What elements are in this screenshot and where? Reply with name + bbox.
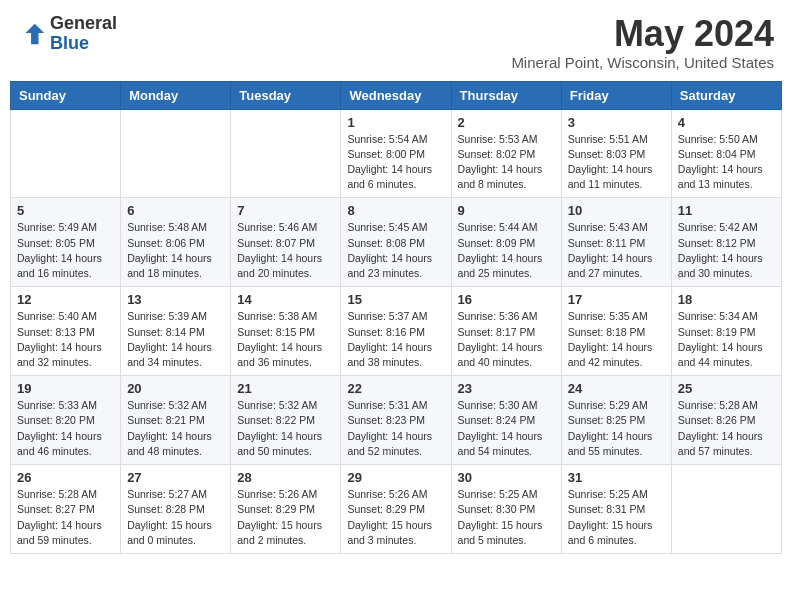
day-number: 15 xyxy=(347,292,444,307)
logo-blue: Blue xyxy=(50,33,89,53)
day-info: Sunrise: 5:28 AM Sunset: 8:27 PM Dayligh… xyxy=(17,487,114,548)
calendar-cell: 5Sunrise: 5:49 AM Sunset: 8:05 PM Daylig… xyxy=(11,198,121,287)
calendar-cell: 6Sunrise: 5:48 AM Sunset: 8:06 PM Daylig… xyxy=(121,198,231,287)
day-info: Sunrise: 5:46 AM Sunset: 8:07 PM Dayligh… xyxy=(237,220,334,281)
day-info: Sunrise: 5:44 AM Sunset: 8:09 PM Dayligh… xyxy=(458,220,555,281)
col-sunday: Sunday xyxy=(11,81,121,109)
calendar-cell: 20Sunrise: 5:32 AM Sunset: 8:21 PM Dayli… xyxy=(121,376,231,465)
calendar-week-row: 1Sunrise: 5:54 AM Sunset: 8:00 PM Daylig… xyxy=(11,109,782,198)
calendar-cell xyxy=(671,465,781,554)
calendar-cell: 26Sunrise: 5:28 AM Sunset: 8:27 PM Dayli… xyxy=(11,465,121,554)
day-info: Sunrise: 5:32 AM Sunset: 8:21 PM Dayligh… xyxy=(127,398,224,459)
calendar-cell: 30Sunrise: 5:25 AM Sunset: 8:30 PM Dayli… xyxy=(451,465,561,554)
calendar-cell: 1Sunrise: 5:54 AM Sunset: 8:00 PM Daylig… xyxy=(341,109,451,198)
day-number: 20 xyxy=(127,381,224,396)
day-info: Sunrise: 5:28 AM Sunset: 8:26 PM Dayligh… xyxy=(678,398,775,459)
calendar-cell xyxy=(231,109,341,198)
calendar-week-row: 19Sunrise: 5:33 AM Sunset: 8:20 PM Dayli… xyxy=(11,376,782,465)
day-info: Sunrise: 5:49 AM Sunset: 8:05 PM Dayligh… xyxy=(17,220,114,281)
calendar-table: Sunday Monday Tuesday Wednesday Thursday… xyxy=(10,81,782,554)
day-info: Sunrise: 5:51 AM Sunset: 8:03 PM Dayligh… xyxy=(568,132,665,193)
day-number: 10 xyxy=(568,203,665,218)
day-number: 1 xyxy=(347,115,444,130)
calendar-cell: 15Sunrise: 5:37 AM Sunset: 8:16 PM Dayli… xyxy=(341,287,451,376)
day-info: Sunrise: 5:43 AM Sunset: 8:11 PM Dayligh… xyxy=(568,220,665,281)
day-info: Sunrise: 5:27 AM Sunset: 8:28 PM Dayligh… xyxy=(127,487,224,548)
day-info: Sunrise: 5:29 AM Sunset: 8:25 PM Dayligh… xyxy=(568,398,665,459)
calendar-cell: 4Sunrise: 5:50 AM Sunset: 8:04 PM Daylig… xyxy=(671,109,781,198)
calendar-cell xyxy=(11,109,121,198)
day-number: 4 xyxy=(678,115,775,130)
calendar-cell: 11Sunrise: 5:42 AM Sunset: 8:12 PM Dayli… xyxy=(671,198,781,287)
day-number: 28 xyxy=(237,470,334,485)
day-number: 18 xyxy=(678,292,775,307)
calendar-week-row: 12Sunrise: 5:40 AM Sunset: 8:13 PM Dayli… xyxy=(11,287,782,376)
calendar-cell: 31Sunrise: 5:25 AM Sunset: 8:31 PM Dayli… xyxy=(561,465,671,554)
day-number: 12 xyxy=(17,292,114,307)
day-info: Sunrise: 5:53 AM Sunset: 8:02 PM Dayligh… xyxy=(458,132,555,193)
title-area: May 2024 Mineral Point, Wisconsin, Unite… xyxy=(511,14,774,71)
calendar-cell: 8Sunrise: 5:45 AM Sunset: 8:08 PM Daylig… xyxy=(341,198,451,287)
calendar-cell: 7Sunrise: 5:46 AM Sunset: 8:07 PM Daylig… xyxy=(231,198,341,287)
calendar-cell: 29Sunrise: 5:26 AM Sunset: 8:29 PM Dayli… xyxy=(341,465,451,554)
day-info: Sunrise: 5:54 AM Sunset: 8:00 PM Dayligh… xyxy=(347,132,444,193)
calendar-cell: 28Sunrise: 5:26 AM Sunset: 8:29 PM Dayli… xyxy=(231,465,341,554)
calendar-cell: 13Sunrise: 5:39 AM Sunset: 8:14 PM Dayli… xyxy=(121,287,231,376)
day-info: Sunrise: 5:26 AM Sunset: 8:29 PM Dayligh… xyxy=(347,487,444,548)
day-number: 7 xyxy=(237,203,334,218)
day-info: Sunrise: 5:32 AM Sunset: 8:22 PM Dayligh… xyxy=(237,398,334,459)
calendar-cell: 27Sunrise: 5:27 AM Sunset: 8:28 PM Dayli… xyxy=(121,465,231,554)
calendar-header-row: Sunday Monday Tuesday Wednesday Thursday… xyxy=(11,81,782,109)
day-number: 29 xyxy=(347,470,444,485)
calendar-cell: 12Sunrise: 5:40 AM Sunset: 8:13 PM Dayli… xyxy=(11,287,121,376)
logo: General Blue xyxy=(18,14,117,54)
day-number: 11 xyxy=(678,203,775,218)
day-info: Sunrise: 5:40 AM Sunset: 8:13 PM Dayligh… xyxy=(17,309,114,370)
day-info: Sunrise: 5:45 AM Sunset: 8:08 PM Dayligh… xyxy=(347,220,444,281)
day-info: Sunrise: 5:36 AM Sunset: 8:17 PM Dayligh… xyxy=(458,309,555,370)
day-number: 27 xyxy=(127,470,224,485)
calendar-week-row: 26Sunrise: 5:28 AM Sunset: 8:27 PM Dayli… xyxy=(11,465,782,554)
day-info: Sunrise: 5:25 AM Sunset: 8:30 PM Dayligh… xyxy=(458,487,555,548)
day-info: Sunrise: 5:37 AM Sunset: 8:16 PM Dayligh… xyxy=(347,309,444,370)
calendar-week-row: 5Sunrise: 5:49 AM Sunset: 8:05 PM Daylig… xyxy=(11,198,782,287)
calendar-cell: 17Sunrise: 5:35 AM Sunset: 8:18 PM Dayli… xyxy=(561,287,671,376)
day-number: 9 xyxy=(458,203,555,218)
col-thursday: Thursday xyxy=(451,81,561,109)
day-number: 17 xyxy=(568,292,665,307)
logo-text: General Blue xyxy=(50,14,117,54)
day-number: 19 xyxy=(17,381,114,396)
calendar-cell: 10Sunrise: 5:43 AM Sunset: 8:11 PM Dayli… xyxy=(561,198,671,287)
location-subtitle: Mineral Point, Wisconsin, United States xyxy=(511,54,774,71)
svg-marker-0 xyxy=(25,24,44,45)
col-saturday: Saturday xyxy=(671,81,781,109)
col-friday: Friday xyxy=(561,81,671,109)
month-year-title: May 2024 xyxy=(511,14,774,54)
calendar-cell: 25Sunrise: 5:28 AM Sunset: 8:26 PM Dayli… xyxy=(671,376,781,465)
day-info: Sunrise: 5:35 AM Sunset: 8:18 PM Dayligh… xyxy=(568,309,665,370)
calendar-cell: 3Sunrise: 5:51 AM Sunset: 8:03 PM Daylig… xyxy=(561,109,671,198)
calendar-cell: 9Sunrise: 5:44 AM Sunset: 8:09 PM Daylig… xyxy=(451,198,561,287)
calendar-cell: 19Sunrise: 5:33 AM Sunset: 8:20 PM Dayli… xyxy=(11,376,121,465)
calendar-cell: 21Sunrise: 5:32 AM Sunset: 8:22 PM Dayli… xyxy=(231,376,341,465)
day-info: Sunrise: 5:34 AM Sunset: 8:19 PM Dayligh… xyxy=(678,309,775,370)
day-number: 2 xyxy=(458,115,555,130)
calendar-cell xyxy=(121,109,231,198)
day-number: 25 xyxy=(678,381,775,396)
day-number: 13 xyxy=(127,292,224,307)
day-info: Sunrise: 5:31 AM Sunset: 8:23 PM Dayligh… xyxy=(347,398,444,459)
day-info: Sunrise: 5:50 AM Sunset: 8:04 PM Dayligh… xyxy=(678,132,775,193)
day-number: 21 xyxy=(237,381,334,396)
day-number: 3 xyxy=(568,115,665,130)
calendar-cell: 2Sunrise: 5:53 AM Sunset: 8:02 PM Daylig… xyxy=(451,109,561,198)
day-info: Sunrise: 5:48 AM Sunset: 8:06 PM Dayligh… xyxy=(127,220,224,281)
logo-icon xyxy=(18,20,46,48)
day-info: Sunrise: 5:38 AM Sunset: 8:15 PM Dayligh… xyxy=(237,309,334,370)
logo-general: General xyxy=(50,13,117,33)
day-number: 6 xyxy=(127,203,224,218)
calendar-cell: 23Sunrise: 5:30 AM Sunset: 8:24 PM Dayli… xyxy=(451,376,561,465)
col-monday: Monday xyxy=(121,81,231,109)
calendar-cell: 24Sunrise: 5:29 AM Sunset: 8:25 PM Dayli… xyxy=(561,376,671,465)
day-number: 23 xyxy=(458,381,555,396)
day-number: 22 xyxy=(347,381,444,396)
